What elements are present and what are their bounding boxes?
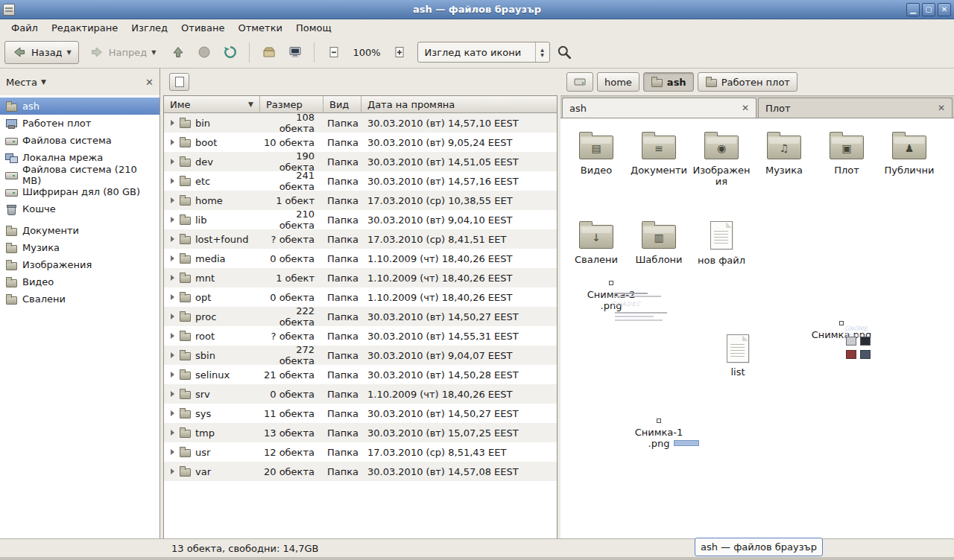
menu-item[interactable]: Отметки [231, 21, 288, 35]
table-row[interactable]: usr 12 обекта Папка 17.03.2010 (ср) 8,51… [164, 442, 557, 462]
chevron-down-icon[interactable]: ▼ [41, 78, 46, 86]
sidebar-item[interactable]: Видео [0, 273, 159, 290]
expander-icon[interactable] [171, 314, 174, 319]
expander-icon[interactable] [171, 333, 174, 339]
folder-item-video[interactable]: ▤ Видео [565, 129, 628, 187]
expander-icon[interactable] [171, 449, 174, 455]
table-row[interactable]: root ? обекта Папка 30.03.2010 (вт) 14,5… [164, 326, 557, 346]
table-row[interactable]: boot 10 обекта Папка 30.03.2010 (вт) 9,0… [164, 133, 557, 152]
tab-plot[interactable]: Плот ✕ [758, 98, 953, 118]
table-row[interactable]: mnt 1 обект Папка 1.10.2009 (чт) 18,40,2… [164, 268, 557, 287]
table-row[interactable]: bin 108 обекта Папка 30.03.2010 (вт) 14,… [164, 113, 557, 133]
up-button[interactable] [166, 41, 189, 64]
table-row[interactable]: tmp 13 обекта Папка 30.03.2010 (вт) 15,0… [164, 423, 557, 442]
table-row[interactable]: sys 11 обекта Папка 30.03.2010 (вт) 14,5… [164, 404, 557, 423]
expander-icon[interactable] [171, 294, 174, 300]
expander-icon[interactable] [171, 139, 174, 145]
menu-item[interactable]: Редактиране [45, 21, 124, 35]
file-item-new-file[interactable]: нов файл [690, 218, 753, 266]
forward-button[interactable]: Напред ▼ [82, 41, 164, 64]
sidebar-close-icon[interactable]: ✕ [145, 77, 154, 88]
home-button[interactable] [257, 41, 280, 64]
table-row[interactable]: lost+found ? обекта Папка 17.03.2010 (ср… [164, 229, 557, 249]
sidebar-item[interactable]: Документи [0, 222, 159, 239]
column-header-date[interactable]: Дата на промяна [361, 96, 557, 113]
expander-icon[interactable] [171, 178, 174, 184]
expander-icon[interactable] [171, 197, 174, 203]
pathbar-desktop-button[interactable]: Работен плот [698, 72, 797, 92]
view-mode-spinner-icon[interactable]: ▲▼ [535, 42, 549, 62]
sidebar-item[interactable]: Музика [0, 239, 159, 256]
sidebar-item[interactable]: Кошче [0, 200, 159, 217]
expander-icon[interactable] [171, 217, 174, 223]
expander-icon[interactable] [171, 430, 174, 436]
pathbar-ash-button[interactable]: ash [643, 72, 694, 92]
expander-icon[interactable] [171, 159, 174, 165]
reload-button[interactable] [218, 41, 241, 64]
expander-icon[interactable] [171, 468, 174, 474]
folder-item-downloads[interactable]: ↓ Свалени [565, 218, 628, 266]
sidebar-item[interactable]: Шифриран дял (80 GB) [0, 183, 159, 200]
titlebar[interactable]: ash — файлов браузър ▁ ▢ ✕ [0, 0, 954, 19]
expander-icon[interactable] [171, 236, 174, 242]
table-row[interactable]: dev 190 обекта Папка 30.03.2010 (вт) 14,… [164, 152, 557, 171]
expander-icon[interactable] [171, 391, 174, 397]
table-row[interactable]: etc 241 обекта Папка 30.03.2010 (вт) 14,… [164, 171, 557, 191]
menu-item[interactable]: Помощ [289, 21, 338, 35]
back-button[interactable]: Назад ▼ [4, 41, 79, 64]
column-header-size[interactable]: Размер [260, 96, 323, 113]
file-item-snimka2[interactable]: GUADEC Снимка-2.png [571, 281, 651, 311]
table-row[interactable]: opt 0 обекта Папка 1.10.2009 (чт) 18,40,… [164, 287, 557, 307]
menu-item[interactable]: Изглед [124, 21, 174, 35]
column-header-type[interactable]: Вид [323, 96, 361, 113]
folder-item-documents[interactable]: ≡ Документи [628, 129, 690, 187]
tab-ash[interactable]: ash ✕ [562, 98, 756, 118]
sidebar-title[interactable]: Места [6, 77, 37, 88]
expander-icon[interactable] [171, 410, 174, 416]
sidebar-item[interactable]: Файлова система [0, 132, 159, 149]
table-row[interactable]: var 20 обекта Папка 30.03.2010 (вт) 14,5… [164, 462, 557, 481]
back-dropdown-icon[interactable]: ▼ [67, 49, 72, 56]
pathbar-root-button[interactable] [566, 72, 593, 92]
sidebar-item[interactable]: Файлова система (210 MB) [0, 166, 159, 183]
menu-item[interactable]: Файл [4, 21, 45, 35]
minimize-button[interactable]: ▁ [906, 3, 920, 16]
table-row[interactable]: home 1 обект Папка 17.03.2010 (ср) 10,38… [164, 191, 557, 210]
zoom-in-button[interactable] [388, 41, 411, 64]
menu-item[interactable]: Отиване [174, 21, 231, 35]
expander-icon[interactable] [171, 255, 174, 261]
table-row[interactable]: srv 0 обекта Папка 1.10.2009 (чт) 18,40,… [164, 384, 557, 404]
folder-item-music[interactable]: ♫ Музика [753, 129, 815, 187]
pathbar-home-button[interactable]: home [597, 72, 639, 92]
folder-item-public[interactable]: ♟ Публични [878, 129, 941, 187]
taskbar-window-button[interactable]: ash — файлов браузър [695, 538, 823, 556]
expander-icon[interactable] [171, 120, 174, 126]
sort-indicator-icon[interactable]: ▼ [248, 101, 253, 108]
zoom-out-button[interactable] [322, 41, 345, 64]
sidebar-item[interactable]: Свалени [0, 290, 159, 308]
maximize-button[interactable]: ▢ [922, 3, 935, 16]
search-button[interactable] [553, 41, 576, 64]
sidebar-item[interactable]: Работен плот [0, 115, 159, 132]
folder-item-desktop[interactable]: ▣ Плот [815, 129, 878, 187]
expander-icon[interactable] [171, 275, 174, 281]
sidebar-item[interactable]: ash [0, 98, 159, 115]
view-mode-select[interactable]: Изглед като икони ▲▼ [417, 42, 550, 63]
file-item-snimka1[interactable]: Снимка-1.png [617, 419, 701, 449]
computer-button[interactable] [283, 41, 306, 64]
table-row[interactable]: lib 210 обекта Папка 30.03.2010 (вт) 9,0… [164, 210, 557, 229]
file-item-list[interactable]: list [713, 331, 763, 378]
folder-item-images[interactable]: ◉ Изображения [690, 129, 753, 187]
expander-icon[interactable] [171, 352, 174, 358]
table-row[interactable]: media 0 обекта Папка 1.10.2009 (чт) 18,4… [164, 249, 557, 268]
table-row[interactable]: selinux 21 обекта Папка 30.03.2010 (вт) … [164, 365, 557, 384]
expander-icon[interactable] [171, 372, 174, 378]
table-row[interactable]: sbin 272 обекта Папка 30.03.2010 (вт) 9,… [164, 346, 557, 365]
close-button[interactable]: ✕ [938, 3, 951, 16]
table-row[interactable]: proc 222 обекта Папка 30.03.2010 (вт) 14… [164, 307, 557, 326]
pane-toggle-button[interactable] [169, 73, 189, 91]
column-header-name[interactable]: Име ▼ [164, 96, 260, 113]
file-item-snimka[interactable]: GNOME Store Снимка.png [797, 321, 885, 340]
tab-close-icon[interactable]: ✕ [938, 103, 945, 113]
sidebar-item[interactable]: Изображения [0, 256, 159, 273]
